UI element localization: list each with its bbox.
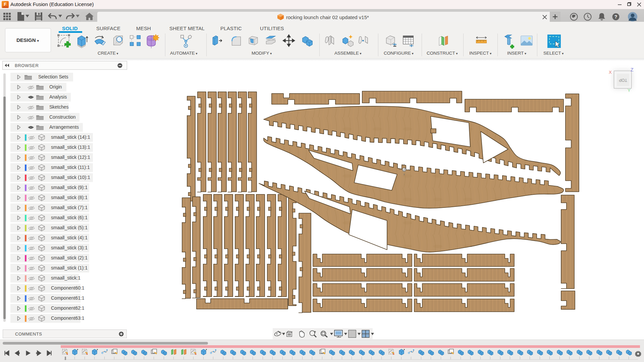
- svg-text:?: ?: [614, 14, 618, 19]
- svg-text:F: F: [4, 2, 7, 7]
